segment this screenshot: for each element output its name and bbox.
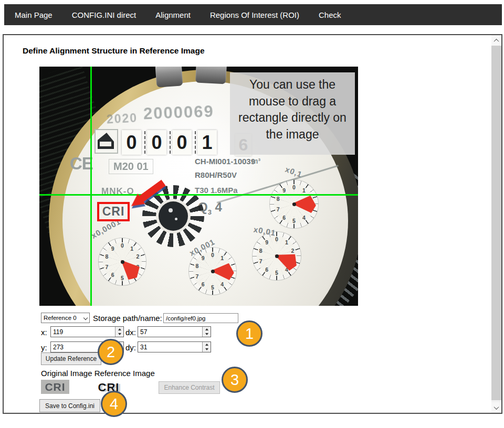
dy-spinner[interactable] — [202, 342, 211, 352]
dy-label: dy: — [125, 343, 136, 352]
dial-number: 5 — [275, 270, 278, 276]
dx-spinner[interactable] — [202, 327, 211, 337]
dial-number: 2 — [291, 248, 295, 254]
nav-item-roi[interactable]: Regions Of Interest (ROI) — [210, 10, 299, 19]
dial-center-dot — [275, 254, 279, 258]
storage-path-input[interactable] — [163, 313, 238, 323]
meter-serial-year: 2020 — [106, 111, 138, 126]
save-to-config-button[interactable]: Save to Config.ini — [39, 399, 100, 412]
dial-number: 6 — [265, 266, 268, 273]
original-image-thumbnail: CRI — [41, 380, 69, 394]
dial-number: 8 — [259, 248, 262, 254]
dial-number: 9 — [111, 245, 114, 252]
dial-number: 5 — [292, 218, 296, 224]
dial-number: 6 — [111, 272, 114, 278]
alignment-crosshair-vertical — [90, 67, 92, 306]
chevron-down-icon — [494, 404, 499, 410]
dial-number: 8 — [196, 263, 199, 269]
dial-number: 7 — [277, 206, 280, 212]
nav-item-config-ini[interactable]: CONFIG.INI direct — [72, 10, 136, 19]
reference-image[interactable]: 2020 2000069 0 0 0 1 6 m³ CE M20 01 CH-M… — [39, 67, 358, 306]
dial-center-dot — [211, 270, 215, 273]
scroll-up-button[interactable] — [491, 35, 501, 46]
dial-center-dot — [292, 202, 296, 206]
scrollbar-thumb[interactable] — [491, 46, 501, 400]
dial-number: 5 — [211, 284, 214, 291]
ce-mark: CE — [70, 154, 93, 174]
step-badge-1: 1 — [236, 320, 262, 347]
meter-clamp — [195, 67, 227, 84]
enhance-contrast-button[interactable]: Enhance Contrast — [159, 381, 220, 394]
dx-input-wrap — [138, 326, 211, 337]
x-spinner[interactable] — [115, 327, 123, 337]
app-window: Main Page CONFIG.INI direct Alignment Re… — [0, 0, 504, 428]
x-label: x: — [41, 328, 47, 337]
meter-temp-pressure-label: T30 1.6MPa — [195, 186, 238, 195]
dial-number: 5 — [121, 275, 124, 281]
alignment-selection-box[interactable]: CRI — [97, 202, 130, 221]
meter-pictogram — [94, 129, 118, 154]
chevron-up-icon — [494, 38, 499, 44]
page-title: Define Alignment Structure in Reference … — [23, 46, 205, 56]
dial-number: 1 — [130, 245, 133, 252]
vertical-scrollbar[interactable] — [491, 35, 501, 413]
meter-type-label: M20 01 — [109, 159, 153, 174]
counter-digit: 0 — [122, 130, 141, 155]
nav-item-alignment[interactable]: Alignment — [155, 10, 191, 19]
y-label: y: — [41, 343, 47, 352]
dial-number: 0 — [121, 242, 124, 249]
dy-input[interactable] — [138, 341, 211, 352]
nav-item-main-page[interactable]: Main Page — [15, 10, 52, 19]
dial-number: 0 — [292, 184, 296, 190]
meter-clamp — [155, 67, 183, 88]
cri-text: CRI — [102, 205, 125, 219]
dial-number: 9 — [202, 255, 205, 261]
alignment-crosshair-horizontal — [39, 194, 358, 196]
step-badge-2: 2 — [98, 339, 124, 365]
dial-number: 1 — [220, 255, 224, 261]
counter-digit: 1 — [197, 130, 217, 155]
dial-x0-0001: 0123456789 — [99, 238, 146, 285]
dial-number: 1 — [302, 187, 306, 194]
update-reference-button[interactable]: Update Reference — [41, 352, 101, 365]
dx-label: dx: — [125, 328, 136, 337]
scroll-down-button[interactable] — [491, 402, 501, 413]
step-badge-3: 3 — [222, 367, 248, 393]
nav-item-check[interactable]: Check — [319, 10, 341, 19]
storage-path-label: Storage path/name: — [93, 314, 162, 323]
meter-serial-number: 2000069 — [143, 102, 214, 124]
dial-number: 0 — [211, 252, 214, 258]
dial-center-dot — [121, 260, 124, 264]
dial-number: 0 — [275, 236, 278, 242]
dial-number: 9 — [265, 239, 268, 245]
dial-number: 1 — [285, 239, 288, 245]
dial-number: 4 — [220, 281, 224, 287]
dx-input[interactable] — [138, 326, 211, 337]
top-navbar: Main Page CONFIG.INI direct Alignment Re… — [4, 4, 502, 25]
x-input-wrap — [50, 326, 124, 337]
dial-number: 4 — [302, 215, 306, 221]
dial-number: 2 — [136, 253, 140, 260]
x-input[interactable] — [50, 326, 124, 337]
dial-x0-01: 0123456789 — [253, 232, 301, 280]
dial-number: 6 — [282, 215, 286, 221]
meter-ratio-label: R80H/R50V — [195, 170, 237, 179]
step-badge-4: 4 — [101, 391, 127, 417]
dial-number: 7 — [106, 264, 109, 270]
dial-number: 8 — [106, 253, 109, 260]
dial-number: 6 — [202, 281, 205, 287]
meter-approval-number: CH-MI001-10039 — [195, 157, 255, 166]
dial-number: 9 — [282, 187, 286, 194]
dial-number: 7 — [259, 258, 262, 264]
dial-x0-1: 0123456789 — [270, 180, 318, 228]
dial-number: 7 — [196, 273, 199, 280]
counter-digit: 0 — [147, 130, 166, 155]
meter-unit-label: m³ — [251, 157, 260, 165]
drag-hint-overlay: You can use the mouse to drag a rectangl… — [230, 72, 355, 155]
reference-select[interactable]: Reference 0 — [41, 313, 90, 323]
dy-input-wrap — [138, 341, 211, 352]
counter-digit: 0 — [172, 130, 192, 155]
reference-select-wrap: Reference 0 — [41, 313, 90, 323]
dial-number: 8 — [277, 196, 280, 202]
images-label: Original Image Reference Image — [41, 369, 155, 378]
